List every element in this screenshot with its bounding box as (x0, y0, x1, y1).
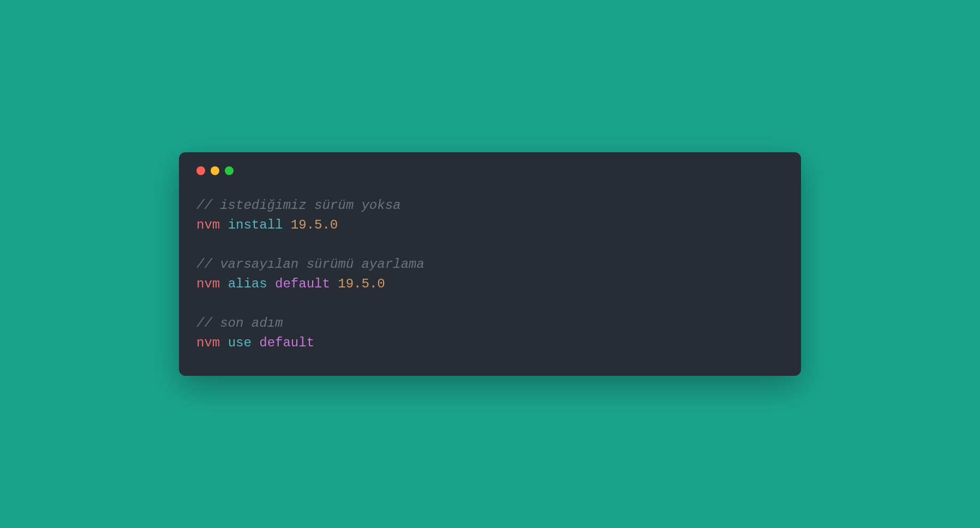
code-token: nvm (196, 335, 220, 350)
code-token (220, 335, 228, 350)
code-token: alias (228, 277, 267, 291)
maximize-icon[interactable] (225, 166, 234, 175)
terminal-window: // istediğimiz sürüm yoksanvm install 19… (179, 152, 801, 376)
code-comment: // varsayılan sürümü ayarlama (196, 255, 784, 274)
code-token: use (228, 335, 252, 350)
code-token: install (228, 218, 283, 232)
code-token (220, 277, 228, 291)
code-token: default (275, 277, 330, 291)
code-token (283, 218, 290, 232)
code-token: 19.5.0 (338, 277, 385, 291)
code-token (252, 335, 259, 350)
code-token: nvm (196, 277, 220, 291)
window-titlebar (196, 166, 784, 175)
code-line: nvm use default (196, 333, 784, 353)
code-block: // varsayılan sürümü ayarlamanvm alias d… (196, 255, 784, 294)
code-token: default (259, 335, 314, 350)
code-token (220, 218, 228, 232)
code-content: // istediğimiz sürüm yoksanvm install 19… (196, 196, 784, 353)
code-comment: // son adım (196, 314, 784, 333)
code-token (267, 277, 275, 291)
close-icon[interactable] (196, 166, 205, 175)
code-line: nvm install 19.5.0 (196, 215, 784, 235)
code-line: nvm alias default 19.5.0 (196, 274, 784, 294)
code-block: // son adımnvm use default (196, 314, 784, 353)
code-block: // istediğimiz sürüm yoksanvm install 19… (196, 196, 784, 235)
code-token: 19.5.0 (291, 218, 338, 232)
code-comment: // istediğimiz sürüm yoksa (196, 196, 784, 215)
code-token (330, 277, 338, 291)
code-token: nvm (196, 218, 220, 232)
minimize-icon[interactable] (211, 166, 219, 175)
